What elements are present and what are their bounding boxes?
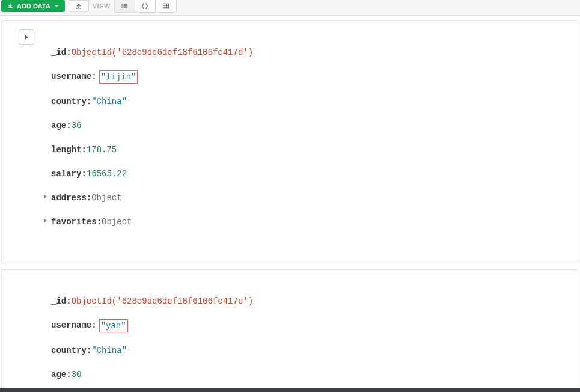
add-data-button[interactable]: ADD DATA <box>1 0 65 12</box>
document-list: _id: ObjectId('628c9dd6def18f6106fc417d'… <box>0 16 580 392</box>
svg-rect-0 <box>122 4 123 5</box>
field-key: lenght <box>51 144 81 156</box>
chevron-right-icon[interactable] <box>43 194 49 200</box>
field-key: country <box>51 345 87 357</box>
objectid-fn: ObjectId( <box>72 295 117 307</box>
table-icon <box>162 2 169 10</box>
field-value: 16565.22 <box>87 168 127 180</box>
objectid-value: '628c9dd6def18f6106fc417e' <box>117 295 248 307</box>
objectid-value: '628c9dd6def18f6106fc417d' <box>117 46 248 58</box>
document-body: _id: ObjectId('628c9dd6def18f6106fc417e'… <box>51 283 566 392</box>
field-key: _id <box>51 295 66 307</box>
view-switcher <box>114 0 177 13</box>
field-key: age <box>51 369 66 381</box>
field-value: 30 <box>72 369 82 381</box>
field-key: username <box>51 319 91 332</box>
field-value: "China" <box>91 96 127 108</box>
upload-icon <box>75 2 82 10</box>
field-value: "lijin" <box>101 72 136 82</box>
document-body: _id: ObjectId('628c9dd6def18f6106fc417d'… <box>51 34 566 252</box>
objectid-fn: ObjectId( <box>72 46 117 58</box>
expand-button[interactable] <box>19 29 34 45</box>
braces-icon <box>141 2 148 10</box>
field-value: "China" <box>91 345 127 357</box>
import-button[interactable] <box>69 0 89 12</box>
view-list-button[interactable] <box>115 0 135 12</box>
add-data-label: ADD DATA <box>17 2 50 10</box>
field-key: salary <box>51 168 81 180</box>
expand-doc[interactable] <box>19 29 34 45</box>
svg-rect-3 <box>124 5 127 7</box>
play-icon <box>23 34 29 40</box>
bottom-bar <box>0 388 580 392</box>
objectid-close: ) <box>248 295 253 307</box>
field-value: Object <box>91 192 121 204</box>
field-key: _id <box>51 46 66 58</box>
field-key: username <box>51 70 91 84</box>
document-card: _id: ObjectId('628c9dd6def18f6106fc417d'… <box>1 20 578 263</box>
list-icon <box>121 2 128 10</box>
view-label: VIEW <box>93 2 111 10</box>
svg-rect-5 <box>124 7 127 8</box>
field-key: age <box>51 120 66 132</box>
view-table-button[interactable] <box>156 0 176 12</box>
svg-rect-1 <box>124 4 127 5</box>
highlight-box: "lijin" <box>99 70 138 84</box>
chevron-right-icon[interactable] <box>43 218 49 224</box>
field-value: 36 <box>72 120 82 132</box>
document-card: _id: ObjectId('628c9dd6def18f6106fc417e'… <box>1 269 578 392</box>
toolbar: ADD DATA VIEW <box>0 0 580 16</box>
highlight-box: "yan" <box>99 319 128 332</box>
field-key: country <box>51 96 87 108</box>
svg-rect-4 <box>122 7 123 8</box>
svg-rect-2 <box>122 5 123 7</box>
objectid-close: ) <box>248 46 253 58</box>
download-icon <box>7 3 13 9</box>
view-json-button[interactable] <box>135 0 156 12</box>
caret-down-icon <box>54 4 59 8</box>
field-value: 178.75 <box>87 144 117 156</box>
field-value: "yan" <box>101 321 126 331</box>
field-key: favorites <box>51 216 97 228</box>
field-value: Object <box>102 216 132 228</box>
field-key: address <box>51 192 87 204</box>
